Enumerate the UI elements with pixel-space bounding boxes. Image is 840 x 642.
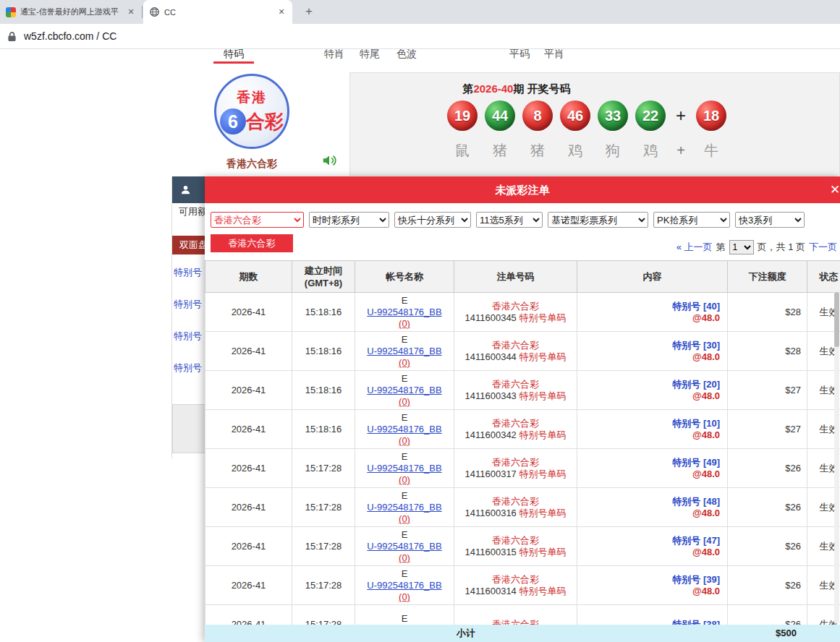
tab-title: 通宝-信誉最好的网上游戏平	[20, 7, 122, 17]
cell-bet-number: 香港六合彩 1411600315 特别号单码	[454, 527, 577, 566]
browser-tab-2[interactable]: CC ✕	[143, 0, 292, 24]
lottery-ball: 8	[522, 100, 553, 131]
scrollbar-thumb[interactable]	[834, 292, 839, 347]
draw-results-panel: 第2026-40期 开奖号码 19 44 8 46 33 22 + 18 鼠 猪…	[349, 72, 840, 176]
page-number-select[interactable]: 1	[729, 240, 754, 254]
filter-select-keno[interactable]: 基诺型彩票系列	[548, 212, 648, 228]
cell-bet-number: 香港六合彩 1411600317 特别号单码	[454, 449, 577, 488]
tab-close-icon[interactable]: ✕	[276, 7, 287, 17]
account-count-link[interactable]: (0)	[399, 396, 410, 407]
account-link[interactable]: U-992548176_BB	[367, 580, 441, 591]
header-period: 期数	[205, 261, 292, 293]
cell-bet-number: 香港六合彩 1411600342 特别号单码	[454, 410, 577, 449]
account-link[interactable]: U-992548176_BB	[367, 541, 441, 552]
modal-header: 未派彩注单 ✕	[205, 176, 840, 203]
screen: 通宝-信誉最好的网上游戏平 ✕ CC ✕ + w5zf.cbcfo.com / …	[0, 0, 840, 642]
account-link[interactable]: U-992548176_BB	[367, 502, 441, 513]
cell-account: E U-992548176_BB (0)	[355, 527, 454, 566]
prev-page-link[interactable]: « 上一页	[676, 241, 713, 254]
cell-period: 2026-41	[205, 605, 292, 625]
draw-title-prefix: 第	[462, 82, 473, 95]
plus-sign: +	[673, 100, 689, 131]
bet-odds: @48.0	[577, 586, 720, 597]
cell-amount: $26	[728, 566, 807, 605]
speaker-icon[interactable]	[321, 153, 337, 168]
account-count-link[interactable]: (0)	[399, 552, 410, 563]
bet-odds: @48.0	[577, 429, 720, 441]
table-row: 2026-41 15:17:28 E U-992548176_BB (0) 香港…	[205, 488, 840, 527]
bet-lottery-name: 香港六合彩	[454, 457, 577, 468]
account-count-link[interactable]: (0)	[399, 318, 410, 329]
cell-content: 特别号 [40] @48.0	[577, 293, 728, 332]
cell-bet-number: 香港六合彩 1411600314 特别号单码	[454, 566, 577, 605]
cell-bet-number: 香港六合彩	[454, 605, 577, 625]
next-page-link[interactable]: 下一页	[809, 241, 837, 254]
cell-amount: $28	[728, 332, 807, 371]
zodiac-label: 猪	[485, 141, 515, 160]
betting-sidebar-fragment: 可用额度 双面盘 特别号 特别号 特别号 特别号	[171, 176, 205, 458]
bet-pick: 特别号 [20]	[577, 379, 720, 390]
filter-select-klsf[interactable]: 快乐十分系列	[394, 212, 471, 228]
filter-select-ssc[interactable]: 时时彩系列	[309, 212, 389, 228]
tab-close-icon[interactable]: ✕	[126, 7, 136, 17]
filter-select-marksix[interactable]: 香港六合彩	[211, 212, 304, 228]
cell-time: 15:18:16	[292, 332, 355, 371]
cell-period: 2026-41	[205, 527, 292, 566]
subtotal-label: 小计	[205, 625, 727, 642]
page-label-pre: 第	[716, 241, 726, 254]
browser-tab-1[interactable]: 通宝-信誉最好的网上游戏平 ✕	[0, 0, 142, 24]
bet-odds: @48.0	[577, 508, 720, 519]
lock-icon[interactable]	[7, 31, 17, 42]
bet-odds: @48.0	[577, 351, 720, 363]
table-row: 2026-41 15:18:16 E U-992548176_BB (0) 香港…	[205, 371, 840, 410]
cell-account: E U-992548176_BB	[355, 605, 454, 625]
account-count-link[interactable]: (0)	[399, 435, 410, 446]
account-agent: E	[355, 529, 454, 541]
cell-amount: $27	[728, 410, 807, 449]
cell-amount: $28	[728, 293, 807, 332]
url-text[interactable]: w5zf.cbcfo.com / CC	[24, 30, 116, 42]
account-link[interactable]: U-992548176_BB	[367, 307, 441, 317]
table-scrollbar[interactable]	[834, 292, 839, 623]
address-bar[interactable]: w5zf.cbcfo.com / CC	[0, 24, 840, 49]
account-count-link[interactable]: (0)	[399, 357, 410, 368]
bet-type: 特别号单码	[519, 586, 566, 596]
bet-number: 1411600314	[465, 586, 517, 596]
account-link[interactable]: U-992548176_BB	[367, 346, 441, 356]
account-count-link[interactable]: (0)	[399, 474, 410, 485]
account-link[interactable]: U-992548176_BB	[367, 463, 441, 474]
account-link[interactable]: U-992548176_BB	[367, 385, 441, 395]
lottery-ball: 33	[598, 100, 628, 131]
account-count-link[interactable]: (0)	[399, 591, 410, 602]
bet-type: 特别号单码	[519, 547, 566, 557]
lottery-filter-row: 香港六合彩 时时彩系列 快乐十分系列 11选5系列 基诺型彩票系列 PK拾系列 …	[211, 212, 805, 228]
bet-pick: 特别号 [39]	[577, 574, 720, 586]
account-agent: E	[355, 451, 454, 463]
bet-lottery-name: 香港六合彩	[454, 379, 577, 390]
filter-select-pk10[interactable]: PK拾系列	[653, 212, 730, 228]
table-row: 2026-41 15:17:28 E U-992548176_BB 香港六合彩 …	[205, 605, 840, 625]
account-count-link[interactable]: (0)	[399, 513, 410, 524]
bet-odds: @48.0	[577, 312, 720, 324]
cell-amount: $26	[728, 605, 807, 625]
lottery-ball: 46	[560, 100, 590, 131]
filter-select-k3[interactable]: 快3系列	[735, 212, 805, 228]
marksix-tab-button[interactable]: 香港六合彩	[211, 234, 293, 252]
subtotal-value: $500	[727, 625, 807, 642]
filter-select-11x5[interactable]: 11选5系列	[476, 212, 543, 228]
cell-time: 15:17:28	[292, 566, 355, 605]
new-tab-button[interactable]: +	[301, 4, 317, 20]
lottery-name-caption: 香港六合彩	[214, 158, 289, 171]
cell-time: 15:17:28	[292, 488, 355, 527]
header-time-line2: (GMT+8)	[292, 278, 355, 288]
bet-type: 特别号单码	[519, 351, 566, 362]
cell-time: 15:18:16	[292, 371, 355, 410]
logo-text-bottom: 合彩	[246, 109, 284, 134]
bet-odds: @48.0	[577, 468, 720, 480]
close-icon[interactable]: ✕	[824, 176, 840, 203]
user-icon	[180, 184, 191, 195]
cell-content: 特别号 [38]	[577, 605, 728, 625]
bet-pick: 特别号 [10]	[577, 418, 720, 429]
cell-content: 特别号 [47] @48.0	[577, 527, 728, 566]
account-link[interactable]: U-992548176_BB	[367, 424, 441, 435]
